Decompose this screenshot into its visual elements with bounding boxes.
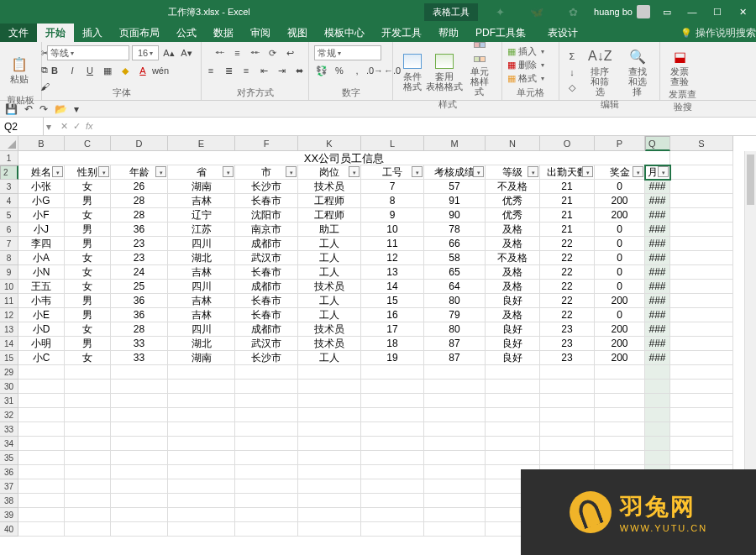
- filter-arrow-icon[interactable]: ▾: [658, 166, 669, 177]
- cell[interactable]: [424, 437, 486, 451]
- cell[interactable]: 工人: [298, 308, 361, 322]
- tab-pdf[interactable]: PDF工具集: [467, 24, 534, 42]
- name-box[interactable]: Q2: [0, 118, 44, 135]
- cell[interactable]: [168, 522, 235, 537]
- cell[interactable]: 13: [361, 265, 424, 280]
- cell[interactable]: [361, 365, 424, 380]
- cell[interactable]: [111, 508, 168, 522]
- cell[interactable]: 200: [595, 208, 645, 223]
- cell[interactable]: [111, 422, 168, 437]
- cell[interactable]: [595, 394, 645, 408]
- format-as-table-button[interactable]: 套用 表格格式: [430, 50, 459, 93]
- tab-template[interactable]: 模板中心: [316, 24, 373, 42]
- cell[interactable]: [235, 479, 298, 494]
- cell[interactable]: 28: [111, 208, 168, 223]
- header-P[interactable]: 奖金▾: [595, 165, 645, 180]
- col-header-E[interactable]: E: [168, 136, 235, 151]
- header-E[interactable]: 省▾: [168, 165, 235, 180]
- row-header-9[interactable]: 9: [0, 265, 18, 280]
- cell[interactable]: [168, 394, 235, 408]
- cell[interactable]: [18, 380, 65, 394]
- cell[interactable]: 23: [111, 251, 168, 265]
- cell[interactable]: [18, 408, 65, 422]
- cell[interactable]: [595, 408, 645, 422]
- cell[interactable]: 良好: [486, 294, 540, 308]
- cell[interactable]: [168, 508, 235, 522]
- font-size-select[interactable]: 16▾: [132, 45, 159, 60]
- row-headers[interactable]: 1234567891011121314152930313233343536373…: [0, 151, 18, 537]
- cell[interactable]: [645, 365, 670, 380]
- cell[interactable]: [361, 451, 424, 465]
- cell[interactable]: 四川: [168, 237, 235, 251]
- cell[interactable]: ###: [645, 265, 670, 280]
- cell[interactable]: [670, 308, 733, 322]
- cell[interactable]: [645, 422, 670, 437]
- header-K[interactable]: 岗位▾: [298, 165, 361, 180]
- row-header-12[interactable]: 12: [0, 308, 18, 322]
- cell[interactable]: [424, 394, 486, 408]
- cell[interactable]: 女: [65, 265, 111, 280]
- cell[interactable]: [18, 394, 65, 408]
- cell[interactable]: [486, 437, 540, 451]
- cell[interactable]: [424, 380, 486, 394]
- col-header-Q[interactable]: Q: [645, 136, 670, 151]
- cell[interactable]: [235, 522, 298, 537]
- col-header-C[interactable]: C: [65, 136, 111, 151]
- cell[interactable]: 87: [424, 351, 486, 365]
- cell[interactable]: [540, 365, 595, 380]
- cell[interactable]: 200: [595, 322, 645, 337]
- row-header-7[interactable]: 7: [0, 237, 18, 251]
- cell[interactable]: 36: [111, 294, 168, 308]
- cell[interactable]: 16: [361, 308, 424, 322]
- cell[interactable]: [298, 380, 361, 394]
- cell[interactable]: [18, 465, 65, 479]
- cell[interactable]: 长沙市: [235, 180, 298, 194]
- cell[interactable]: [168, 494, 235, 508]
- cell[interactable]: [18, 451, 65, 465]
- cell[interactable]: 58: [424, 251, 486, 265]
- cell[interactable]: 小明: [18, 337, 65, 351]
- tab-formula[interactable]: 公式: [168, 24, 205, 42]
- col-header-O[interactable]: O: [540, 136, 595, 151]
- cell[interactable]: [670, 194, 733, 208]
- cell[interactable]: 技术员: [298, 322, 361, 337]
- cancel-formula-button[interactable]: ✕: [60, 121, 68, 132]
- tab-review[interactable]: 审阅: [242, 24, 279, 42]
- cell[interactable]: [235, 422, 298, 437]
- cell[interactable]: 南京市: [235, 223, 298, 237]
- cell[interactable]: 0: [595, 265, 645, 280]
- align-bottom-button[interactable]: ⬵: [248, 45, 263, 60]
- cell[interactable]: [540, 408, 595, 422]
- cell[interactable]: 武汉市: [235, 337, 298, 351]
- row-header-8[interactable]: 8: [0, 251, 18, 265]
- tab-data[interactable]: 数据: [205, 24, 242, 42]
- cell[interactable]: [670, 265, 733, 280]
- filter-arrow-icon[interactable]: ▾: [582, 166, 593, 177]
- clear-button[interactable]: ◇: [564, 81, 580, 96]
- cell[interactable]: 女: [65, 251, 111, 265]
- cell[interactable]: 成都市: [235, 280, 298, 294]
- cell[interactable]: [65, 408, 111, 422]
- cell[interactable]: 长沙市: [235, 351, 298, 365]
- decrease-indent-button[interactable]: ⇤: [256, 63, 271, 78]
- cell[interactable]: [168, 380, 235, 394]
- cell[interactable]: [168, 408, 235, 422]
- cell[interactable]: 65: [424, 265, 486, 280]
- cell[interactable]: 辽宁: [168, 208, 235, 223]
- cell[interactable]: [18, 422, 65, 437]
- cell[interactable]: 湖北: [168, 251, 235, 265]
- cell[interactable]: [486, 380, 540, 394]
- header-L[interactable]: 工号▾: [361, 165, 424, 180]
- filter-arrow-icon[interactable]: ▾: [473, 166, 484, 177]
- cell[interactable]: 工人: [298, 294, 361, 308]
- cell[interactable]: 良好: [486, 322, 540, 337]
- cell[interactable]: ###: [645, 180, 670, 194]
- tell-me-search[interactable]: 💡 操作说明搜索: [630, 24, 756, 42]
- decrease-font-button[interactable]: A▾: [179, 45, 194, 60]
- cell[interactable]: [65, 451, 111, 465]
- cell[interactable]: 87: [424, 337, 486, 351]
- row-header-40[interactable]: 40: [0, 522, 18, 537]
- find-select-button[interactable]: 🔍 查找和选择: [621, 45, 655, 98]
- delete-cells-button[interactable]: ▦删除▾: [507, 59, 544, 71]
- cell[interactable]: 15: [361, 294, 424, 308]
